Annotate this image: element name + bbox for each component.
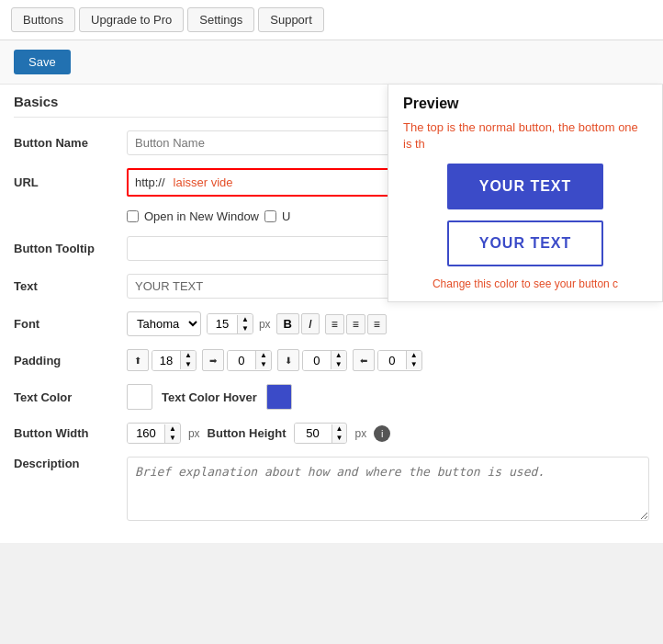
padding-left-group: ⬅ ▲ ▼ — [353, 349, 422, 371]
padding-right-input[interactable] — [228, 351, 255, 370]
text-color-row: Text Color Text Color Hover — [14, 384, 649, 410]
font-size-group: ▲ ▼ — [207, 313, 253, 334]
padding-bottom-input-group: ▲ ▼ — [302, 350, 347, 371]
padding-bottom-icon: ⬇ — [277, 349, 299, 371]
text-color-label: Text Color — [14, 390, 119, 404]
padding-bottom-spinners: ▲ ▼ — [331, 351, 346, 369]
text-color-hover-swatch[interactable] — [266, 384, 292, 410]
padding-top-down[interactable]: ▼ — [181, 360, 196, 369]
padding-right-up[interactable]: ▲ — [256, 351, 271, 360]
button-height-label: Button Height — [208, 426, 287, 440]
open-new-window-checkbox[interactable] — [127, 210, 139, 222]
height-info-icon[interactable]: i — [374, 425, 390, 442]
font-size-input[interactable] — [208, 314, 237, 333]
italic-button[interactable]: I — [301, 313, 320, 334]
padding-bottom-input[interactable] — [303, 351, 331, 370]
description-label: Description — [14, 457, 119, 470]
font-controls: Tahoma Arial Georgia ▲ ▼ px B I — [127, 311, 387, 336]
padding-top-input[interactable] — [152, 351, 180, 370]
padding-bottom-down[interactable]: ▼ — [332, 360, 346, 369]
button-width-label: Button Width — [14, 426, 119, 440]
preview-change-text: Change this color to see your button c — [403, 277, 647, 290]
url-prefix: http:// — [130, 172, 170, 193]
width-px-label: px — [188, 427, 200, 440]
align-left-button[interactable]: ≡ — [325, 314, 344, 334]
padding-label: Padding — [14, 354, 119, 367]
top-bar: Buttons Upgrade to Pro Settings Support — [0, 0, 663, 40]
button-height-spinners: ▲ ▼ — [332, 424, 347, 443]
padding-left-down[interactable]: ▼ — [407, 360, 421, 369]
align-right-button[interactable]: ≡ — [367, 314, 387, 334]
main-layout: Basics Button Name URL http:// Open in N… — [0, 85, 663, 543]
preview-solid-button[interactable]: YOUR TEXT — [447, 164, 603, 209]
padding-right-input-group: ▲ ▼ — [227, 350, 272, 371]
padding-right-group: ➡ ▲ ▼ — [202, 349, 272, 371]
checkbox2-label: U — [282, 209, 290, 223]
padding-top-group: ⬆ ▲ ▼ — [127, 349, 197, 371]
tooltip-label: Button Tooltip — [14, 242, 119, 255]
dimensions-controls: ▲ ▼ px Button Height ▲ ▼ px i — [127, 423, 390, 444]
description-textarea[interactable] — [127, 457, 649, 521]
preview-outline-button[interactable]: YOUR TEXT — [447, 220, 603, 266]
description-row: Description — [14, 457, 649, 521]
font-row: Font Tahoma Arial Georgia ▲ ▼ px B — [14, 311, 649, 336]
button-name-label: Button Name — [14, 136, 119, 150]
checkbox2[interactable] — [264, 210, 276, 222]
button-height-up[interactable]: ▲ — [332, 424, 347, 434]
button-width-input-group: ▲ ▼ — [127, 423, 181, 444]
upgrade-tab[interactable]: Upgrade to Pro — [79, 7, 184, 32]
align-buttons: ≡ ≡ ≡ — [325, 314, 387, 334]
padding-left-up[interactable]: ▲ — [407, 351, 421, 360]
save-bar: Save — [0, 40, 663, 85]
url-label: URL — [14, 175, 119, 189]
padding-top-icon: ⬆ — [127, 349, 149, 371]
font-size-spinners: ▲ ▼ — [237, 315, 253, 333]
bold-button[interactable]: B — [276, 313, 299, 334]
button-width-up[interactable]: ▲ — [165, 424, 180, 434]
padding-right-spinners: ▲ ▼ — [255, 351, 271, 369]
preview-panel: Preview The top is the normal button, th… — [388, 85, 663, 302]
dimensions-row: Button Width ▲ ▼ px Button Height ▲ ▼ — [14, 423, 649, 444]
format-buttons: B I — [276, 313, 320, 334]
padding-left-input[interactable] — [378, 351, 406, 370]
font-size-down[interactable]: ▼ — [238, 324, 253, 333]
button-width-down[interactable]: ▼ — [165, 434, 180, 443]
padding-bottom-up[interactable]: ▲ — [332, 351, 346, 360]
padding-controls: ⬆ ▲ ▼ ➡ ▲ — [127, 349, 422, 371]
padding-left-input-group: ▲ ▼ — [377, 350, 422, 371]
padding-top-spinners: ▲ ▼ — [180, 351, 196, 369]
button-height-down[interactable]: ▼ — [332, 434, 347, 443]
text-color-hover-label: Text Color Hover — [162, 390, 257, 404]
padding-left-icon: ⬅ — [353, 349, 375, 371]
button-width-spinners: ▲ ▼ — [164, 424, 180, 443]
height-px-label: px — [354, 427, 366, 440]
padding-top-input-group: ▲ ▼ — [152, 350, 197, 371]
button-width-input[interactable] — [128, 424, 164, 443]
font-size-px: px — [259, 318, 271, 331]
buttons-tab[interactable]: Buttons — [11, 7, 75, 32]
text-color-swatch[interactable] — [127, 384, 152, 410]
align-center-button[interactable]: ≡ — [346, 314, 365, 334]
padding-row: Padding ⬆ ▲ ▼ ➡ — [14, 349, 649, 371]
font-select[interactable]: Tahoma Arial Georgia — [127, 311, 201, 336]
button-height-input-group: ▲ ▼ — [294, 423, 348, 444]
padding-right-icon: ➡ — [202, 349, 224, 371]
save-button[interactable]: Save — [14, 50, 71, 74]
text-label: Text — [14, 279, 119, 293]
open-new-window-label: Open in New Window — [144, 209, 259, 223]
padding-top-up[interactable]: ▲ — [181, 351, 196, 360]
preview-title: Preview — [403, 96, 647, 112]
button-height-input[interactable] — [295, 424, 332, 443]
support-tab[interactable]: Support — [258, 7, 324, 32]
padding-left-spinners: ▲ ▼ — [406, 351, 421, 369]
settings-tab[interactable]: Settings — [187, 7, 254, 32]
padding-bottom-group: ⬇ ▲ ▼ — [277, 349, 347, 371]
text-color-controls: Text Color Hover — [127, 384, 292, 410]
preview-description: The top is the normal button, the bottom… — [403, 119, 647, 153]
font-size-up[interactable]: ▲ — [238, 315, 253, 324]
font-label: Font — [14, 317, 119, 331]
padding-right-down[interactable]: ▼ — [256, 360, 271, 369]
